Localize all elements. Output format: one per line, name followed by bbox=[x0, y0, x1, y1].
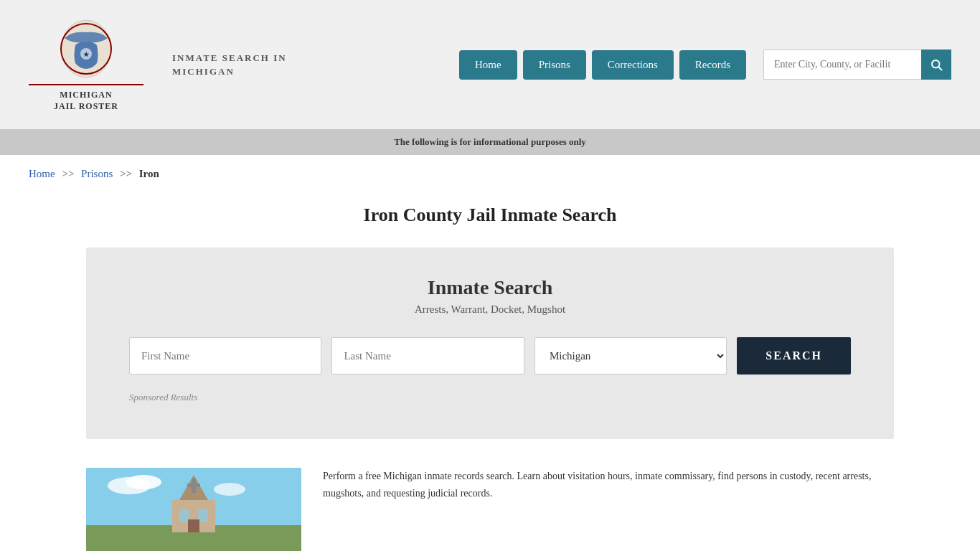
facility-image bbox=[86, 468, 301, 551]
search-box-subtitle: Arrests, Warrant, Docket, Mugshot bbox=[129, 303, 851, 316]
site-title: INMATE SEARCH IN MICHIGAN bbox=[172, 51, 287, 79]
nav-prisons-button[interactable]: Prisons bbox=[523, 50, 586, 80]
breadcrumb: Home >> Prisons >> Iron bbox=[0, 155, 980, 187]
breadcrumb-prisons-link[interactable]: Prisons bbox=[81, 168, 113, 179]
breadcrumb-home-link[interactable]: Home bbox=[29, 168, 55, 179]
sponsored-results-label: Sponsored Results bbox=[129, 392, 851, 403]
search-fields: AlabamaAlaskaArizonaArkansasCaliforniaCo… bbox=[129, 337, 851, 375]
page-title-area: Iron County Jail Inmate Search bbox=[0, 187, 980, 233]
search-box-title: Inmate Search bbox=[129, 276, 851, 299]
nav-area: Home Prisons Corrections Records bbox=[459, 50, 951, 80]
header-search-button[interactable] bbox=[921, 50, 951, 80]
info-bar: The following is for informational purpo… bbox=[0, 129, 980, 155]
page-title: Iron County Jail Inmate Search bbox=[29, 204, 951, 226]
bottom-section: Perform a free Michigan inmate records s… bbox=[0, 453, 980, 551]
search-submit-button[interactable]: SEARCH bbox=[737, 337, 851, 375]
bottom-description: Perform a free Michigan inmate records s… bbox=[323, 468, 894, 502]
nav-records-button[interactable]: Records bbox=[679, 50, 746, 80]
first-name-input[interactable] bbox=[129, 337, 321, 375]
svg-line-5 bbox=[938, 67, 941, 70]
header-search-area bbox=[763, 50, 951, 80]
breadcrumb-current: Iron bbox=[139, 168, 159, 179]
search-icon bbox=[930, 58, 943, 71]
svg-point-9 bbox=[214, 483, 245, 496]
svg-rect-15 bbox=[179, 509, 189, 522]
svg-rect-14 bbox=[187, 484, 200, 487]
logo-text: MICHIGAN JAIL ROSTER bbox=[54, 90, 118, 112]
michigan-logo-icon: ★ bbox=[57, 17, 115, 81]
svg-rect-16 bbox=[198, 509, 208, 522]
inmate-search-container: Inmate Search Arrests, Warrant, Docket, … bbox=[86, 248, 894, 439]
svg-rect-17 bbox=[188, 519, 199, 532]
nav-corrections-button[interactable]: Corrections bbox=[592, 50, 674, 80]
header: ★ MICHIGAN JAIL ROSTER INMATE SEARCH IN … bbox=[0, 0, 980, 129]
svg-point-8 bbox=[126, 475, 161, 489]
logo-divider bbox=[29, 84, 143, 85]
breadcrumb-sep-2: >> bbox=[120, 168, 132, 179]
facility-image-svg bbox=[86, 468, 301, 551]
logo-area: ★ MICHIGAN JAIL ROSTER bbox=[29, 17, 143, 112]
svg-text:★: ★ bbox=[83, 51, 90, 58]
nav-home-button[interactable]: Home bbox=[459, 50, 517, 80]
state-select[interactable]: AlabamaAlaskaArizonaArkansasCaliforniaCo… bbox=[534, 337, 727, 375]
last-name-input[interactable] bbox=[331, 337, 524, 375]
breadcrumb-sep-1: >> bbox=[62, 168, 74, 179]
header-search-input[interactable] bbox=[763, 50, 921, 80]
